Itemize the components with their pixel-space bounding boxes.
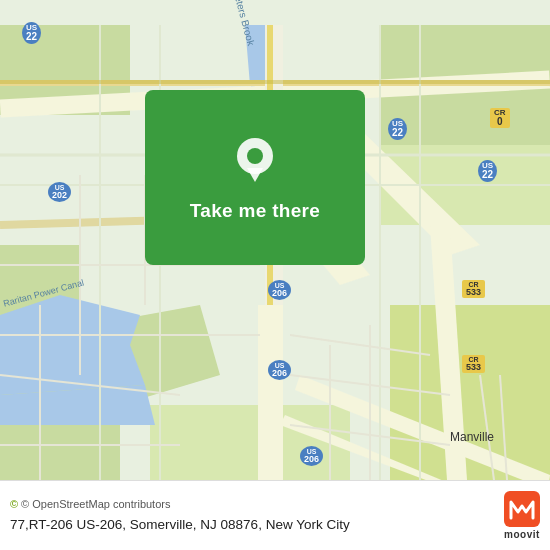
road-label-us206-lower: US 206 (268, 360, 291, 380)
address-block: © © OpenStreetMap contributors 77,RT-206… (10, 498, 492, 534)
osm-credit: © © OpenStreetMap contributors (10, 498, 492, 510)
moovit-logo[interactable]: moovit (504, 491, 540, 540)
map-container: US 22 US 22 US 22 CR 0 US 202 US 206 US … (0, 0, 550, 550)
svg-rect-44 (0, 80, 550, 84)
svg-point-47 (247, 148, 263, 164)
navigation-card[interactable]: Take me there (145, 90, 365, 265)
moovit-label: moovit (504, 529, 540, 540)
road-label-us206-bottom: US 206 (300, 446, 323, 466)
osm-logo: © (10, 498, 18, 510)
map-background (0, 0, 550, 550)
address-text: 77,RT-206 US-206, Somerville, NJ 08876, … (10, 516, 492, 534)
location-pin-icon (231, 134, 279, 190)
osm-text: © OpenStreetMap contributors (21, 498, 170, 510)
take-me-there-button[interactable]: Take me there (190, 200, 320, 222)
moovit-icon (504, 491, 540, 527)
city-label-manville: Manville (450, 430, 494, 444)
road-label-us22-top-left: US 22 (22, 22, 41, 44)
road-label-cr533-right: CR 533 (462, 280, 485, 298)
road-label-cr-top-right: CR 0 (490, 108, 510, 128)
svg-marker-46 (247, 168, 263, 182)
road-label-cr533-lower: CR 533 (462, 355, 485, 373)
road-label-us206-mid: US 206 (268, 280, 291, 300)
road-label-us202: US 202 (48, 182, 71, 202)
road-label-us22-far-right: US 22 (478, 160, 497, 182)
road-label-us22-right: US 22 (388, 118, 407, 140)
info-bar: © © OpenStreetMap contributors 77,RT-206… (0, 480, 550, 550)
